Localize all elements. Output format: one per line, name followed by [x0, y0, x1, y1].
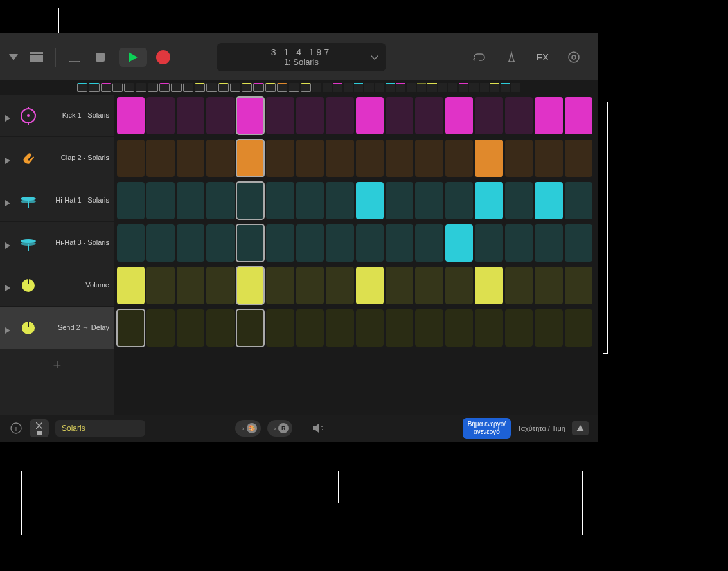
step-cell[interactable] — [535, 182, 562, 219]
track-play-icon[interactable] — [5, 240, 12, 246]
step-cell[interactable] — [356, 309, 384, 347]
step-cell[interactable] — [146, 224, 174, 262]
step-cell[interactable] — [565, 182, 592, 219]
step-cell[interactable] — [296, 182, 324, 219]
step-cell[interactable] — [296, 309, 324, 347]
step-cell[interactable] — [117, 97, 145, 134]
step-cell[interactable] — [415, 267, 443, 304]
step-cell[interactable] — [177, 309, 204, 347]
info-icon[interactable]: i — [9, 421, 23, 435]
step-cell[interactable] — [505, 224, 533, 262]
step-cell[interactable] — [415, 224, 443, 262]
expand-up-icon[interactable] — [572, 421, 589, 435]
step-onoff-button[interactable]: Βήμα ενεργό/ανενεργό — [463, 418, 511, 439]
step-cell[interactable] — [445, 309, 473, 347]
step-cell[interactable] — [266, 97, 294, 134]
track-header[interactable]: Hi-Hat 3 - Solaris — [0, 222, 114, 264]
step-cell[interactable] — [326, 267, 353, 304]
step-cell[interactable] — [565, 97, 592, 134]
step-cell[interactable] — [445, 224, 473, 262]
step-cell[interactable] — [177, 224, 204, 262]
window-icon[interactable] — [67, 50, 82, 64]
track-header[interactable]: Hi-Hat 1 - Solaris — [0, 179, 114, 222]
velocity-value-button[interactable]: Ταχύτητα / Τιμή — [517, 424, 565, 432]
play-button[interactable] — [119, 48, 147, 67]
step-cell[interactable] — [266, 224, 294, 262]
step-cell[interactable] — [177, 140, 204, 177]
lcd-display[interactable]: 3 1 4 197 1: Solaris — [217, 43, 386, 71]
step-cell[interactable] — [445, 97, 473, 134]
step-cell[interactable] — [146, 182, 174, 219]
step-cell[interactable] — [475, 309, 502, 347]
step-cell[interactable] — [535, 140, 562, 177]
step-cell[interactable] — [236, 267, 264, 304]
step-cell[interactable] — [117, 267, 145, 304]
step-cell[interactable] — [386, 182, 413, 219]
step-cell[interactable] — [206, 140, 234, 177]
step-cell[interactable] — [326, 182, 353, 219]
step-cell[interactable] — [206, 309, 234, 347]
step-cell[interactable] — [386, 224, 413, 262]
step-cell[interactable] — [117, 224, 145, 262]
step-cell[interactable] — [565, 140, 592, 177]
chevron-down-icon[interactable] — [371, 51, 378, 63]
step-cell[interactable] — [505, 182, 533, 219]
track-play-icon[interactable] — [5, 113, 12, 119]
inbox-icon[interactable] — [30, 50, 44, 64]
step-cell[interactable] — [236, 140, 264, 177]
step-cell[interactable] — [266, 140, 294, 177]
track-header[interactable]: Kick 1 - Solaris — [0, 95, 114, 137]
step-cell[interactable] — [475, 182, 502, 219]
fx-button[interactable]: FX — [537, 51, 549, 62]
step-cell[interactable] — [445, 182, 473, 219]
step-cell[interactable] — [296, 140, 324, 177]
step-cell[interactable] — [146, 309, 174, 347]
track-play-icon[interactable] — [5, 325, 12, 331]
track-play-icon[interactable] — [5, 282, 12, 289]
step-cell[interactable] — [236, 309, 264, 347]
disclosure-menu-icon[interactable] — [6, 50, 21, 64]
step-cell[interactable] — [177, 267, 204, 304]
step-cell[interactable] — [445, 267, 473, 304]
step-cell[interactable] — [236, 224, 264, 262]
step-cell[interactable] — [386, 309, 413, 347]
step-cell[interactable] — [505, 97, 533, 134]
step-cell[interactable] — [117, 182, 145, 219]
track-header[interactable]: Volume — [0, 264, 114, 307]
stop-button[interactable] — [91, 48, 110, 67]
step-cell[interactable] — [356, 182, 384, 219]
step-cell[interactable] — [565, 309, 592, 347]
step-cell[interactable] — [415, 97, 443, 134]
step-cell[interactable] — [177, 182, 204, 219]
step-cell[interactable] — [206, 97, 234, 134]
step-cell[interactable] — [266, 309, 294, 347]
step-cell[interactable] — [326, 309, 353, 347]
metronome-icon[interactable] — [504, 50, 519, 64]
step-cell[interactable] — [386, 267, 413, 304]
step-cell[interactable] — [326, 224, 353, 262]
step-cell[interactable] — [565, 267, 592, 304]
step-cell[interactable] — [117, 140, 145, 177]
step-cell[interactable] — [415, 309, 443, 347]
step-cell[interactable] — [296, 224, 324, 262]
track-header[interactable]: Clap 2 - Solaris — [0, 137, 114, 179]
step-cell[interactable] — [356, 140, 384, 177]
step-cell[interactable] — [266, 182, 294, 219]
record-button[interactable] — [156, 50, 170, 64]
step-cell[interactable] — [117, 309, 145, 347]
step-cell[interactable] — [326, 140, 353, 177]
step-cell[interactable] — [535, 224, 562, 262]
step-cell[interactable] — [177, 97, 204, 134]
step-cell[interactable] — [296, 97, 324, 134]
step-cell[interactable] — [475, 224, 502, 262]
step-cell[interactable] — [415, 140, 443, 177]
step-cell[interactable] — [445, 140, 473, 177]
step-cell[interactable] — [505, 309, 533, 347]
step-cell[interactable] — [326, 97, 353, 134]
step-cell[interactable] — [296, 267, 324, 304]
step-cell[interactable] — [356, 267, 384, 304]
r-button[interactable]: ›R — [267, 420, 293, 437]
add-track-button[interactable]: + — [0, 349, 114, 381]
step-cell[interactable] — [146, 267, 174, 304]
step-cell[interactable] — [146, 97, 174, 134]
